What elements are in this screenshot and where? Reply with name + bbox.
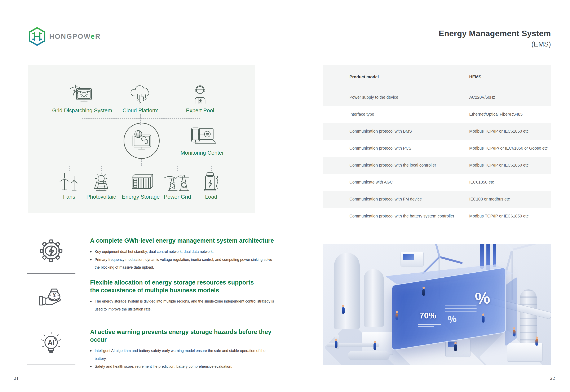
table-cell-value: IEC61850 etc bbox=[469, 180, 551, 185]
energy-plant-illustration: 70% % % bbox=[323, 244, 551, 365]
wind-turbine-icon bbox=[56, 171, 82, 192]
illustration-worker bbox=[422, 289, 425, 296]
feature-architecture: A complete GWh-level energy management s… bbox=[90, 237, 283, 272]
bullet-dot bbox=[90, 350, 92, 351]
connector bbox=[101, 166, 102, 171]
table-cell-label: Communication protocol with the battery … bbox=[323, 214, 469, 219]
table-header-cell: HEMS bbox=[469, 75, 551, 79]
feature-ai-warning: AI active warning prevents energy storag… bbox=[90, 328, 283, 371]
money-bag-hand-icon: ¥ bbox=[38, 283, 64, 309]
illustration-blue-rod bbox=[493, 244, 496, 267]
divider bbox=[27, 228, 75, 228]
brand-suffix: R bbox=[95, 32, 101, 40]
connector bbox=[140, 114, 141, 118]
table-row: Communication protocol with FM device IE… bbox=[323, 191, 551, 208]
divider bbox=[27, 273, 75, 274]
page-number-right: 22 bbox=[550, 376, 555, 381]
illustration-dashboard-bars bbox=[445, 303, 477, 314]
illustration-worker bbox=[535, 339, 538, 346]
diagram-label: Monitoring Center bbox=[181, 150, 224, 156]
connector bbox=[69, 166, 70, 171]
bullet-text: Key equipment dual hot standby, dual con… bbox=[95, 248, 214, 256]
feature-title: A complete GWh-level energy management s… bbox=[90, 237, 283, 244]
spec-table: Product model HEMS Power supply to the d… bbox=[323, 65, 551, 224]
connector bbox=[211, 166, 212, 171]
feature-bullet: Intelligent AI algorithm and battery saf… bbox=[90, 347, 277, 363]
bullet-dot bbox=[90, 366, 92, 367]
bullet-dot bbox=[90, 259, 92, 260]
gear-lightning-icon bbox=[38, 238, 64, 264]
table-cell-value: Modbus TCP/IP or IEC61850 etc bbox=[469, 163, 551, 168]
table-header-cell: Product model bbox=[323, 75, 469, 79]
connector bbox=[177, 166, 178, 171]
diagram-node-photovoltaic: Photovoltaic bbox=[79, 171, 123, 200]
brochure-spread: HONGPOWeR Grid Dispatching System bbox=[0, 0, 570, 392]
feature-bullet: Key equipment dual hot standby, dual con… bbox=[90, 248, 277, 256]
connector bbox=[82, 114, 82, 118]
table-row: Communication protocol with BMS Modbus T… bbox=[323, 123, 551, 140]
table-cell-label: Interface type bbox=[323, 112, 469, 117]
connector bbox=[141, 159, 142, 166]
brand-green-e: e bbox=[91, 32, 95, 40]
transmission-tower-icon bbox=[164, 171, 191, 192]
grid-dispatching-icon bbox=[69, 83, 95, 105]
svg-text:¥: ¥ bbox=[53, 292, 56, 298]
divider bbox=[27, 319, 75, 319]
table-cell-value: Modbus TCP/IP/ or IEC61850 or Goose etc bbox=[469, 146, 551, 151]
feature-bullet: Primary frequency modulation, dynamic vo… bbox=[90, 256, 277, 272]
table-cell-value: Modbus TCP/IP or IEC61850 etc bbox=[469, 214, 551, 219]
page-title-block: Energy Management System (EMS) bbox=[439, 29, 551, 48]
hongpower-hexagon-icon bbox=[28, 27, 46, 46]
table-cell-value: AC220V/50Hz bbox=[469, 95, 551, 100]
svg-text:AI: AI bbox=[48, 339, 55, 346]
illustration-turbine-blade bbox=[438, 256, 463, 264]
table-cell-label: Communication protocol with FM device bbox=[323, 197, 469, 202]
connector bbox=[69, 166, 211, 166]
monitoring-core-icon bbox=[129, 129, 155, 153]
bullet-dot bbox=[90, 251, 92, 252]
illustration-worker bbox=[395, 313, 398, 320]
bullet-dot bbox=[90, 301, 92, 302]
diagram-label: Grid Dispatching System bbox=[52, 107, 112, 114]
cloud-platform-icon bbox=[128, 83, 153, 105]
illustration-pipe bbox=[348, 351, 390, 360]
bullet-text: Intelligent AI algorithm and battery saf… bbox=[95, 347, 277, 363]
diagram-label: Power Grid bbox=[164, 194, 191, 200]
table-cell-label: Communication protocol with BMS bbox=[323, 129, 469, 134]
feature-bullet: The energy storage system is divided int… bbox=[90, 297, 277, 313]
illustration-worker bbox=[513, 330, 515, 336]
illustration-soc-label: 70% bbox=[419, 311, 436, 320]
table-cell-value: Ethernet/Optical Fiber/RS485 bbox=[469, 112, 551, 117]
table-row: Communicate with AGC IEC61850 etc bbox=[323, 174, 551, 191]
illustration-percent-symbol: % bbox=[447, 313, 457, 325]
brand-name: HONGPOWeR bbox=[49, 32, 101, 41]
diagram-node-load: Load bbox=[189, 171, 233, 200]
illustration-percent-symbol: % bbox=[474, 288, 491, 309]
ev-charger-icon bbox=[200, 171, 223, 192]
table-row: Power supply to the device AC220V/50Hz bbox=[323, 89, 551, 106]
solar-panel-icon bbox=[89, 171, 114, 192]
feature-flexible-allocation: Flexible allocation of energy storage re… bbox=[90, 279, 283, 313]
illustration-worker bbox=[335, 341, 337, 348]
illustration-soc-detail bbox=[418, 322, 441, 329]
table-row: Interface type Ethernet/Optical Fiber/RS… bbox=[323, 106, 551, 123]
illustration-worker bbox=[482, 316, 485, 323]
diagram-label: Energy Storage bbox=[122, 194, 160, 200]
diagram-node-expert-pool: Expert Pool bbox=[167, 83, 234, 114]
ai-bulb-icon: AI bbox=[38, 329, 64, 357]
brand-prefix: HONGPOW bbox=[49, 32, 91, 40]
illustration-turbine-blade bbox=[432, 244, 441, 258]
divider bbox=[27, 364, 75, 365]
brand-logo: HONGPOWeR bbox=[28, 27, 101, 46]
monitoring-center-icon bbox=[188, 126, 216, 148]
diagram-node-grid-dispatching: Grid Dispatching System bbox=[49, 83, 116, 114]
page-subtitle: (EMS) bbox=[439, 40, 551, 48]
monitoring-core-circle bbox=[124, 123, 160, 159]
diagram-label: Fans bbox=[63, 194, 75, 200]
illustration-equipment-screen bbox=[403, 254, 414, 260]
diagram-label: Cloud Platform bbox=[123, 107, 159, 114]
connector bbox=[82, 118, 200, 119]
page-title: Energy Management System bbox=[439, 29, 551, 38]
architecture-diagram-panel: Grid Dispatching System Cloud Platform bbox=[28, 65, 255, 213]
table-cell-label: Communication protocol with PCS bbox=[323, 146, 469, 151]
